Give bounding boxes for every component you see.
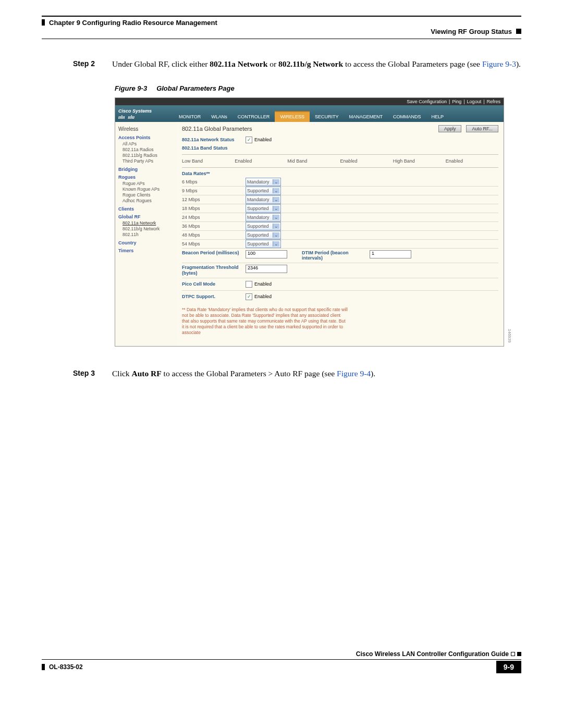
- sidebar-group[interactable]: Country: [118, 240, 174, 245]
- apply-button[interactable]: Apply: [438, 125, 462, 132]
- band-name: Mid Band: [287, 158, 340, 164]
- menu-security[interactable]: SECURITY: [310, 111, 344, 122]
- pico-label: Pico Cell Mode: [182, 281, 246, 287]
- band-status-label: 802.11a Band Status: [182, 145, 246, 151]
- dtim-input[interactable]: 1: [370, 250, 411, 258]
- rate-label: 12 Mbps: [182, 196, 246, 203]
- frag-label: Fragmentation Threshold (bytes): [182, 265, 246, 276]
- logout-link[interactable]: Logout: [467, 99, 482, 104]
- rate-label: 18 Mbps: [182, 205, 246, 212]
- page-number: 9-9: [496, 661, 521, 673]
- sidebar-item[interactable]: 802.11a Network: [123, 220, 174, 226]
- save-config-link[interactable]: Save Configuration: [407, 99, 447, 104]
- rate-label: 36 Mbps: [182, 223, 246, 230]
- sidebar-group[interactable]: Rogues: [118, 175, 174, 180]
- beacon-label: Beacon Period (millisecs): [182, 250, 246, 262]
- sidebar-item[interactable]: 802.11a Radios: [123, 147, 174, 153]
- auto-rf-button[interactable]: Auto RF...: [466, 125, 498, 132]
- dtim-label: DTIM Period (beacon intervals): [302, 250, 370, 262]
- footer-decor-icon: [511, 652, 515, 656]
- sc-top-links: Save Configuration| Ping| Logout| Refres: [115, 98, 504, 105]
- rate-label: 9 Mbps: [182, 187, 246, 194]
- network-status-checkbox[interactable]: [246, 137, 252, 143]
- rate-select[interactable]: Mandatory: [246, 178, 281, 186]
- band-status: Enabled: [340, 158, 393, 164]
- menu-commands[interactable]: COMMANDS: [388, 111, 426, 122]
- dtpc-label: DTPC Support.: [182, 294, 246, 300]
- sidebar-group[interactable]: Access Points: [118, 135, 174, 140]
- rate-label: 6 Mbps: [182, 178, 246, 186]
- sidebar-group[interactable]: Bridging: [118, 167, 174, 172]
- sidebar-item[interactable]: Rogue APs: [123, 181, 174, 187]
- dtpc-checkbox[interactable]: [246, 293, 252, 300]
- sidebar-item[interactable]: Rogue Clients: [123, 192, 174, 198]
- rate-select[interactable]: Supported: [246, 240, 281, 248]
- footer-decor-icon: [517, 652, 521, 656]
- screenshot-figure: Save Configuration| Ping| Logout| Refres…: [115, 97, 504, 347]
- menu-monitor[interactable]: MONITOR: [174, 111, 206, 122]
- image-number: 146939: [507, 329, 512, 343]
- sidebar-item[interactable]: All APs: [123, 141, 174, 147]
- sidebar-item[interactable]: Third Party APs: [123, 158, 174, 164]
- step-2-text: Under Global RF, click either 802.11a Ne…: [112, 59, 521, 70]
- sidebar-item[interactable]: 802.11b/g Network: [123, 226, 174, 232]
- sidebar-group[interactable]: Clients: [118, 206, 174, 212]
- data-rate-note: ** Data Rate 'Mandatory' implies that cl…: [182, 307, 349, 336]
- menu-help[interactable]: HELP: [426, 111, 449, 122]
- rate-label: 54 Mbps: [182, 240, 246, 248]
- sidebar-group[interactable]: Timers: [118, 248, 174, 253]
- rate-select[interactable]: Supported: [246, 204, 281, 213]
- sidebar-group[interactable]: Global RF: [118, 214, 174, 219]
- sidebar-item[interactable]: 802.11h: [123, 232, 174, 238]
- figure-link-9-3[interactable]: Figure 9-3: [482, 59, 516, 68]
- pico-checkbox[interactable]: [246, 281, 252, 288]
- ping-link[interactable]: Ping: [452, 99, 461, 104]
- footer-guide: Cisco Wireless LAN Controller Configurat…: [356, 650, 509, 658]
- frag-input[interactable]: 2346: [246, 265, 287, 273]
- chapter-title: Chapter 9 Configuring Radio Resource Man…: [42, 19, 217, 27]
- menu-management[interactable]: MANAGEMENT: [344, 111, 388, 122]
- network-status-label: 802.11a Network Status: [182, 137, 246, 143]
- rate-select[interactable]: Supported: [246, 187, 281, 195]
- page-title: 802.11a Global Parameters: [182, 126, 252, 132]
- band-name: Low Band: [182, 158, 235, 164]
- header-decor-icon: [516, 29, 521, 34]
- figure-link-9-4[interactable]: Figure 9-4: [337, 369, 371, 378]
- data-rates-label: Data Rates**: [182, 171, 246, 177]
- band-name: High Band: [393, 158, 446, 164]
- rate-select[interactable]: Supported: [246, 222, 281, 230]
- figure-caption: Figure 9-3Global Parameters Page: [115, 84, 521, 92]
- rate-label: 24 Mbps: [182, 214, 246, 221]
- step-2-label: Step 2: [73, 59, 112, 70]
- sidebar-item[interactable]: 802.11b/g Radios: [123, 153, 174, 158]
- menu-wireless[interactable]: WIRELESS: [275, 111, 310, 122]
- sc-sidebar: Wireless Access PointsAll APs802.11a Rad…: [115, 122, 177, 346]
- sidebar-item[interactable]: Known Rogue APs: [123, 187, 174, 192]
- rate-label: 48 Mbps: [182, 231, 246, 239]
- band-status: Enabled: [446, 158, 498, 164]
- sidebar-item[interactable]: Adhoc Rogues: [123, 198, 174, 204]
- rate-select[interactable]: Supported: [246, 231, 281, 239]
- sidebar-title: Wireless: [118, 126, 174, 132]
- step-3-text: Click Auto RF to access the Global Param…: [112, 368, 521, 379]
- beacon-input[interactable]: 100: [246, 250, 287, 258]
- rate-select[interactable]: Mandatory: [246, 195, 281, 204]
- cisco-logo: Cisco Systems ıılıııılıı: [115, 106, 174, 122]
- section-title: Viewing RF Group Status: [431, 28, 512, 35]
- band-status: Enabled: [235, 158, 287, 164]
- footer-doc-number: OL-8335-02: [42, 663, 83, 671]
- refresh-link[interactable]: Refres: [486, 99, 500, 104]
- menu-controller[interactable]: CONTROLLER: [232, 111, 275, 122]
- menu-wlans[interactable]: WLANs: [206, 111, 232, 122]
- step-3-label: Step 3: [73, 368, 112, 379]
- rate-select[interactable]: Mandatory: [246, 213, 281, 221]
